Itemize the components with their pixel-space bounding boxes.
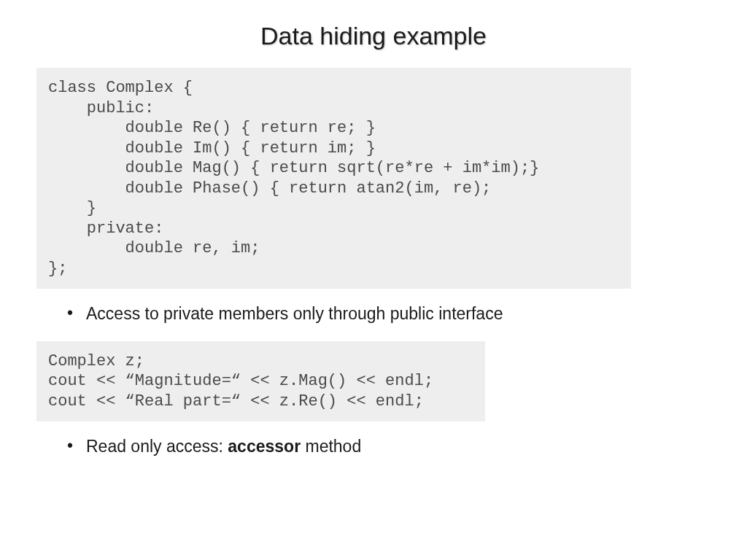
bullet2-suffix: method bbox=[301, 437, 361, 456]
bullet-icon: • bbox=[67, 436, 86, 456]
slide-title: Data hiding example bbox=[36, 22, 711, 50]
bullet-icon: • bbox=[67, 303, 86, 323]
code-block-usage: Complex z; cout << “Magnitude=“ << z.Mag… bbox=[36, 341, 485, 422]
bullet-item-1: • Access to private members only through… bbox=[67, 303, 711, 325]
bullet2-prefix: Read only access: bbox=[86, 437, 228, 456]
code-block-class: class Complex { public: double Re() { re… bbox=[36, 68, 631, 289]
bullet-text-1: Access to private members only through p… bbox=[86, 303, 503, 325]
bullet-item-2: • Read only access: accessor method bbox=[67, 436, 711, 458]
bullet2-bold: accessor bbox=[228, 437, 301, 456]
bullet-text-2: Read only access: accessor method bbox=[86, 436, 361, 458]
